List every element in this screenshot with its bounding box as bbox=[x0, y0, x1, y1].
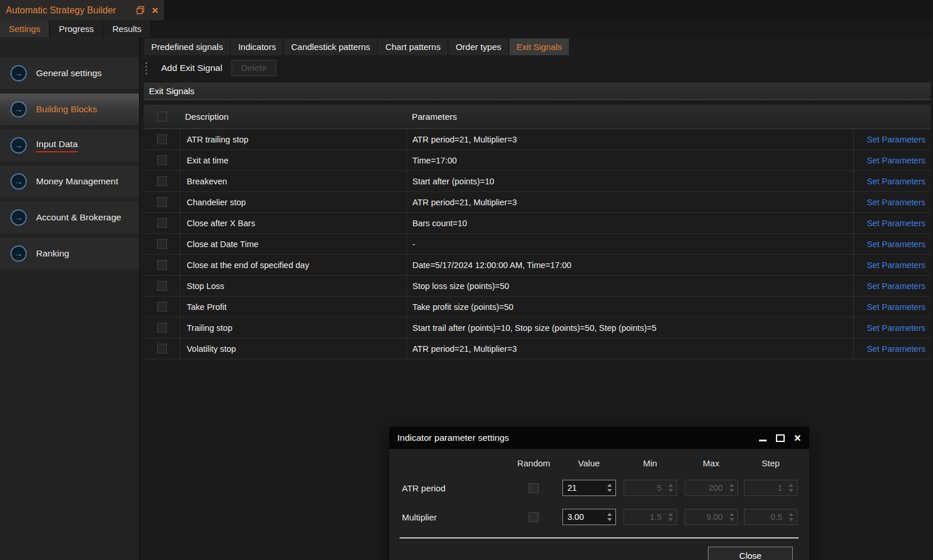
row-checkbox[interactable] bbox=[157, 302, 167, 312]
action-cell: Set Parameters bbox=[853, 213, 931, 233]
tab-progress[interactable]: Progress bbox=[50, 20, 102, 37]
tab-settings[interactable]: Settings bbox=[0, 20, 49, 37]
table-body: ATR trailing stop ATR period=21, Multipl… bbox=[144, 129, 931, 359]
tab-exit-signals[interactable]: Exit Signals bbox=[510, 38, 569, 55]
row-checkbox[interactable] bbox=[157, 239, 167, 249]
dialog-titlebar[interactable]: Indicator parameter settings × bbox=[389, 427, 809, 449]
set-parameters-link[interactable]: Set Parameters bbox=[867, 323, 925, 333]
table-row[interactable]: Close at the end of specified day Date=5… bbox=[144, 255, 931, 276]
row-checkbox[interactable] bbox=[157, 176, 167, 186]
row-checkbox-cell bbox=[144, 129, 180, 149]
random-checkbox[interactable] bbox=[529, 483, 539, 493]
close-icon[interactable]: × bbox=[794, 433, 801, 443]
value-spinner-input[interactable]: 3.00 bbox=[563, 512, 605, 522]
tab-results[interactable]: Results bbox=[104, 20, 150, 37]
value-spinner[interactable]: 21 bbox=[562, 480, 616, 496]
row-checkbox[interactable] bbox=[157, 155, 167, 165]
parameter-label: Multiplier bbox=[398, 512, 509, 522]
sidebar-item-building-blocks[interactable]: → Building Blocks bbox=[0, 94, 139, 125]
close-button[interactable]: Close bbox=[708, 547, 793, 560]
sidebar-item-account-brokerage[interactable]: → Account & Brokerage bbox=[0, 202, 139, 233]
tab-predefined-signals[interactable]: Predefined signals bbox=[144, 38, 230, 55]
row-checkbox[interactable] bbox=[157, 344, 167, 354]
set-parameters-link[interactable]: Set Parameters bbox=[867, 240, 925, 249]
maximize-icon[interactable] bbox=[776, 434, 785, 442]
row-checkbox-cell bbox=[144, 192, 180, 212]
parameters-cell: Bars count=10 bbox=[407, 213, 853, 233]
min-spinner: 5 bbox=[624, 480, 677, 496]
row-checkbox[interactable] bbox=[157, 134, 167, 144]
set-parameters-link[interactable]: Set Parameters bbox=[867, 135, 925, 144]
column-header-random: Random bbox=[509, 458, 558, 468]
table-row[interactable]: Take Profit Take profit size (points)=50… bbox=[144, 297, 931, 318]
sidebar-item-ranking[interactable]: → Ranking bbox=[0, 238, 139, 269]
tab-indicators[interactable]: Indicators bbox=[231, 38, 283, 55]
description-cell: ATR trailing stop bbox=[180, 129, 407, 149]
max-spinner: 9.00 bbox=[685, 509, 738, 525]
table-row[interactable]: Breakeven Start after (points)=10 Set Pa… bbox=[144, 171, 931, 192]
set-parameters-link[interactable]: Set Parameters bbox=[867, 344, 925, 354]
table-row[interactable]: Stop Loss Stop loss size (points)=50 Set… bbox=[144, 276, 931, 297]
table-row[interactable]: Close after X Bars Bars count=10 Set Par… bbox=[144, 213, 931, 234]
table-row[interactable]: Exit at time Time=17:00 Set Parameters bbox=[144, 150, 931, 171]
minimize-icon[interactable] bbox=[759, 440, 767, 441]
value-spinner-input[interactable]: 21 bbox=[563, 483, 605, 493]
max-spinner-input: 200 bbox=[685, 483, 727, 493]
table-row[interactable]: Chandelier stop ATR period=21, Multiplie… bbox=[144, 192, 931, 213]
set-parameters-link[interactable]: Set Parameters bbox=[867, 281, 925, 291]
select-all-checkbox[interactable] bbox=[157, 112, 167, 122]
row-checkbox[interactable] bbox=[157, 281, 167, 291]
spinner-down-icon[interactable] bbox=[607, 518, 612, 521]
tab-candlestick-patterns[interactable]: Candlestick patterns bbox=[284, 38, 377, 55]
row-checkbox[interactable] bbox=[157, 323, 167, 333]
app-tab-bar: Settings Progress Results bbox=[0, 20, 933, 37]
set-parameters-link[interactable]: Set Parameters bbox=[867, 219, 925, 228]
table-row[interactable]: Volatility stop ATR period=21, Multiplie… bbox=[144, 338, 931, 359]
row-checkbox-cell bbox=[144, 150, 180, 170]
set-parameters-link[interactable]: Set Parameters bbox=[867, 302, 925, 312]
step-cell: 1 bbox=[742, 480, 800, 496]
close-icon[interactable]: × bbox=[152, 6, 158, 15]
parameters-cell: Start after (points)=10 bbox=[407, 171, 853, 191]
spinner-up-icon[interactable] bbox=[607, 484, 612, 487]
row-checkbox-cell bbox=[144, 318, 180, 338]
dialog-header-row: Random Value Min Max Step bbox=[398, 452, 800, 473]
table-row[interactable]: Trailing stop Start trail after (points)… bbox=[144, 318, 931, 338]
toolbar-grip-icon[interactable] bbox=[145, 62, 147, 74]
random-checkbox[interactable] bbox=[529, 512, 539, 522]
add-exit-signal-button[interactable]: Add Exit Signal bbox=[155, 60, 228, 76]
spinner-arrows bbox=[605, 513, 615, 521]
table-row[interactable]: ATR trailing stop ATR period=21, Multipl… bbox=[144, 129, 931, 150]
row-checkbox-cell bbox=[144, 255, 180, 275]
sidebar-item-input-data[interactable]: → Input Data bbox=[0, 130, 139, 161]
spinner-up-icon bbox=[789, 513, 793, 516]
action-cell: Set Parameters bbox=[853, 150, 931, 170]
row-checkbox[interactable] bbox=[157, 197, 167, 207]
spinner-arrows bbox=[786, 513, 797, 521]
tab-order-types[interactable]: Order types bbox=[448, 38, 508, 55]
set-parameters-link[interactable]: Set Parameters bbox=[867, 198, 925, 207]
tab-chart-patterns[interactable]: Chart patterns bbox=[378, 38, 447, 55]
row-checkbox[interactable] bbox=[157, 260, 167, 270]
dialog-window-buttons: × bbox=[759, 433, 801, 443]
exit-signals-group-header: Exit Signals bbox=[144, 83, 931, 100]
set-parameters-link[interactable]: Set Parameters bbox=[867, 156, 925, 165]
max-cell: 9.00 bbox=[681, 509, 742, 525]
action-cell: Set Parameters bbox=[853, 318, 931, 338]
arrow-right-circle-icon: → bbox=[10, 245, 27, 262]
set-parameters-link[interactable]: Set Parameters bbox=[867, 177, 925, 186]
exit-signals-toolbar: Add Exit Signal Delete bbox=[144, 58, 276, 78]
table-row[interactable]: Close at Date Time - Set Parameters bbox=[144, 234, 931, 255]
row-checkbox[interactable] bbox=[157, 218, 167, 228]
window-tab[interactable]: Automatic Strategy Builder × bbox=[0, 0, 164, 20]
set-parameters-link[interactable]: Set Parameters bbox=[867, 261, 925, 270]
sidebar-item-general-settings[interactable]: → General settings bbox=[0, 58, 139, 89]
spinner-down-icon bbox=[789, 489, 793, 492]
sidebar-item-money-management[interactable]: → Money Management bbox=[0, 166, 139, 197]
random-cell bbox=[509, 483, 558, 493]
restore-window-icon[interactable] bbox=[136, 6, 145, 15]
spinner-up-icon[interactable] bbox=[607, 513, 612, 516]
spinner-down-icon[interactable] bbox=[607, 489, 612, 492]
value-spinner[interactable]: 3.00 bbox=[562, 509, 616, 525]
dialog-title: Indicator parameter settings bbox=[397, 433, 759, 443]
